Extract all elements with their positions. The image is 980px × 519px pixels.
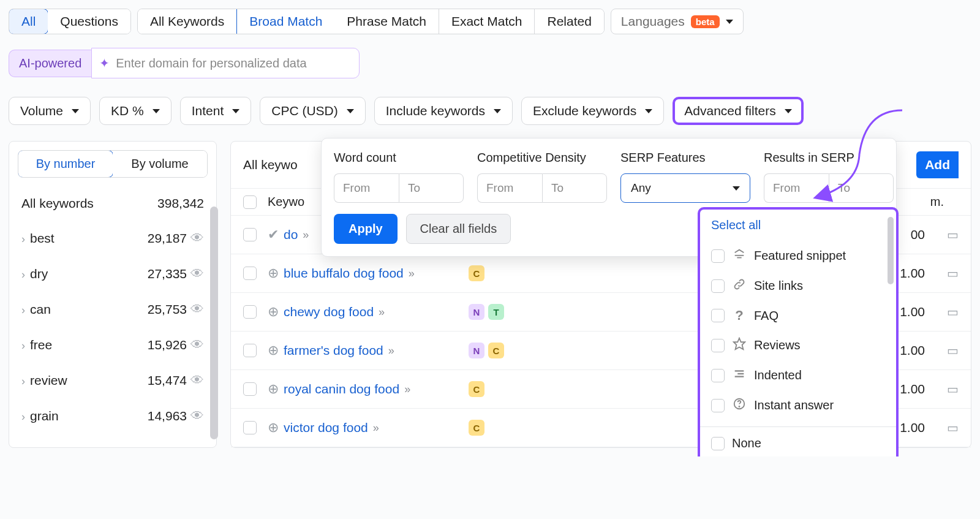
filter-cpc[interactable]: CPC (USD) — [260, 97, 366, 125]
comp-to[interactable] — [542, 173, 607, 203]
checkbox[interactable] — [711, 437, 725, 450]
sidebar-item[interactable]: ›free 15,926👁 — [9, 327, 216, 363]
row-checkbox[interactable] — [243, 421, 257, 434]
tab-related[interactable]: Related — [535, 9, 603, 34]
checkbox[interactable] — [711, 279, 725, 293]
languages-select[interactable]: Languages beta — [611, 9, 744, 34]
ai-input-wrap[interactable]: ✦ — [91, 48, 360, 78]
filter-volume[interactable]: Volume — [9, 97, 91, 125]
group-count: 27,335 — [148, 267, 187, 281]
row-checkbox[interactable] — [243, 267, 257, 280]
serp-snapshot-icon[interactable]: ▭ — [947, 343, 959, 358]
serp-option[interactable]: ? FAQ — [700, 301, 896, 330]
eye-icon[interactable]: 👁 — [190, 266, 204, 281]
sidebar-item[interactable]: ›can 25,753👁 — [9, 292, 216, 327]
select-all-checkbox[interactable] — [243, 195, 257, 209]
comp-from[interactable] — [477, 173, 542, 203]
dropdown-scrollbar[interactable] — [888, 217, 894, 284]
checkbox[interactable] — [711, 339, 725, 352]
filter-label: KD % — [111, 104, 144, 118]
row-checkbox[interactable] — [243, 344, 257, 357]
tab-by-number[interactable]: By number — [18, 150, 113, 178]
keyword-link[interactable]: victor dog food — [284, 420, 368, 435]
results-from[interactable] — [764, 173, 829, 203]
tab-exact-match[interactable]: Exact Match — [439, 9, 535, 34]
sidebar-scrollbar[interactable] — [210, 206, 218, 439]
eye-icon[interactable]: 👁 — [190, 337, 204, 352]
tab-broad-match[interactable]: Broad Match — [236, 9, 335, 34]
group-label: free — [30, 338, 52, 352]
plus-circle-icon[interactable]: ⊕ — [268, 381, 279, 397]
add-button[interactable]: Add — [916, 151, 959, 178]
row-checkbox[interactable] — [243, 228, 257, 241]
sidebar-item[interactable]: ›dry 27,335👁 — [9, 256, 216, 292]
serp-option[interactable]: Reviews — [700, 330, 896, 360]
checkbox[interactable] — [711, 369, 725, 382]
sidebar-item[interactable]: ›best 29,187👁 — [9, 221, 216, 256]
filter-include[interactable]: Include keywords — [374, 97, 513, 125]
apply-button[interactable]: Apply — [334, 214, 398, 244]
results-to[interactable] — [829, 173, 894, 203]
row-checkbox[interactable] — [243, 382, 257, 396]
chevron-down-icon — [72, 109, 79, 113]
eye-icon[interactable]: 👁 — [190, 230, 204, 246]
serp-option[interactable]: Instant answer — [700, 390, 896, 420]
filter-exclude[interactable]: Exclude keywords — [521, 97, 664, 125]
serp-snapshot-icon[interactable]: ▭ — [947, 266, 959, 281]
checkbox[interactable] — [711, 309, 725, 322]
double-chevron-icon[interactable]: » — [388, 344, 393, 357]
serp-option-none[interactable]: None — [700, 430, 896, 456]
eye-icon[interactable]: 👁 — [190, 408, 204, 423]
word-count-from[interactable] — [334, 173, 399, 203]
sidebar-item[interactable]: ›grain 14,963👁 — [9, 398, 216, 434]
keyword-link[interactable]: royal canin dog food — [284, 382, 399, 396]
keyword-link[interactable]: chewy dog food — [284, 305, 374, 319]
intent-cell: NT — [469, 304, 513, 320]
filter-advanced[interactable]: Advanced filters — [673, 97, 803, 125]
serp-option[interactable]: Site links — [700, 271, 896, 301]
serp-option[interactable]: Featured snippet — [700, 241, 896, 271]
checkbox[interactable] — [711, 249, 725, 263]
serp-snapshot-icon[interactable]: ▭ — [947, 420, 959, 435]
serp-snapshot-icon[interactable]: ▭ — [947, 382, 959, 396]
clear-all-button[interactable]: Clear all fields — [406, 214, 511, 244]
keyword-link[interactable]: blue buffalo dog food — [284, 266, 404, 281]
tab-by-volume[interactable]: By volume — [113, 151, 207, 177]
filter-label: Advanced filters — [684, 104, 775, 118]
serp-features-select[interactable]: Any — [620, 173, 750, 203]
serp-option[interactable]: Indented — [700, 360, 896, 390]
tab-phrase-match[interactable]: Phrase Match — [334, 9, 439, 34]
keyword-link[interactable]: do — [284, 227, 298, 242]
serp-snapshot-icon[interactable]: ▭ — [947, 305, 959, 319]
tab-questions[interactable]: Questions — [48, 9, 130, 34]
double-chevron-icon[interactable]: » — [409, 267, 413, 280]
filter-intent[interactable]: Intent — [180, 97, 252, 125]
eye-icon[interactable]: 👁 — [190, 301, 204, 317]
sidebar-total[interactable]: All keywords 398,342 — [9, 186, 216, 221]
col-com[interactable]: m. — [901, 195, 944, 209]
plus-circle-icon[interactable]: ⊕ — [268, 304, 279, 320]
filter-kd[interactable]: KD % — [99, 97, 172, 125]
keyword-link[interactable]: farmer's dog food — [284, 343, 383, 358]
double-chevron-icon[interactable]: » — [404, 383, 409, 396]
eye-icon[interactable]: 👁 — [190, 373, 204, 388]
tab-all-keywords[interactable]: All Keywords — [138, 9, 237, 34]
double-chevron-icon[interactable]: » — [373, 422, 377, 434]
plus-circle-icon[interactable]: ⊕ — [268, 343, 279, 358]
word-count-to[interactable] — [399, 173, 464, 203]
serp-features-col: SERP Features Any — [620, 151, 750, 203]
plus-circle-icon[interactable]: ⊕ — [268, 420, 279, 436]
intent-badge-c: C — [469, 381, 484, 397]
select-all-link[interactable]: Select all — [700, 210, 896, 241]
double-chevron-icon[interactable]: » — [379, 306, 383, 319]
plus-circle-icon[interactable]: ⊕ — [268, 265, 279, 281]
serp-snapshot-icon[interactable]: ▭ — [947, 227, 959, 242]
svg-point-5 — [739, 406, 739, 407]
row-checkbox[interactable] — [243, 305, 257, 319]
sidebar-item[interactable]: ›review 15,474👁 — [9, 363, 216, 398]
checkbox[interactable] — [711, 399, 725, 412]
domain-input[interactable] — [116, 56, 352, 70]
scrollbar-thumb[interactable] — [210, 206, 218, 439]
tab-all[interactable]: All — [9, 9, 48, 34]
double-chevron-icon[interactable]: » — [303, 229, 307, 241]
